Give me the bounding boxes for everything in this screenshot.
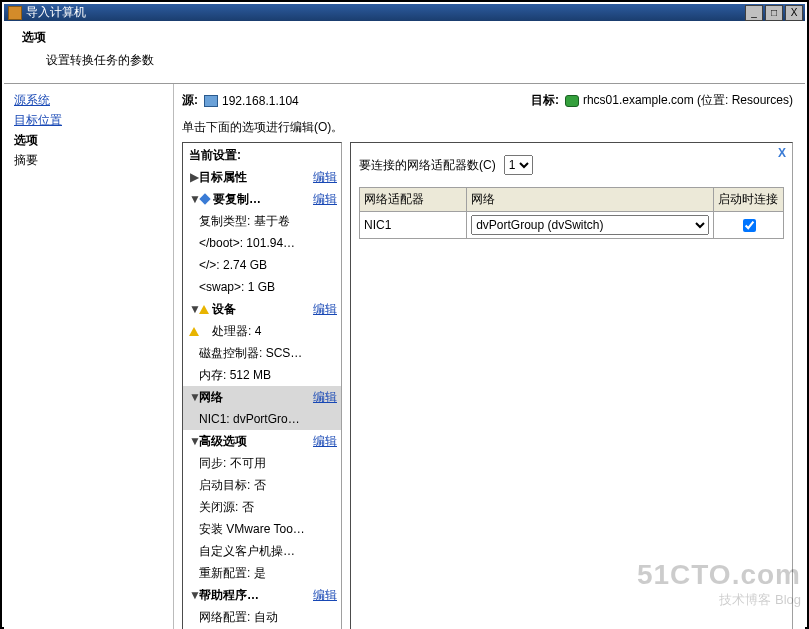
edit-link[interactable]: 编辑: [313, 190, 337, 208]
col-network: 网络: [467, 188, 714, 212]
chevron-right-icon: ▶: [189, 168, 199, 186]
chevron-down-icon: ▼: [189, 300, 199, 318]
tree-guest-customize: 自定义客户机操…: [183, 540, 341, 562]
connect-at-poweron-checkbox[interactable]: [743, 219, 756, 232]
tree-poweroff: 关闭源: 否: [183, 496, 341, 518]
tree-helper[interactable]: ▼ 帮助程序… 编辑: [183, 584, 341, 606]
tree-memory: 内存: 512 MB: [183, 364, 341, 386]
settings-tree[interactable]: 当前设置: ▶ 目标属性 编辑 ▼ 要复制… 编辑 复制类型: 基于卷 </bo…: [182, 142, 342, 629]
tree-copy-type: 复制类型: 基于卷: [183, 210, 341, 232]
warning-icon: [189, 327, 199, 336]
page-subtitle: 设置转换任务的参数: [46, 52, 793, 69]
tree-cpu: 处理器: 4: [183, 320, 341, 342]
close-button[interactable]: X: [785, 5, 803, 21]
tree-header: 当前设置:: [183, 145, 341, 166]
nic-count-label: 要连接的网络适配器数(C): [359, 157, 496, 174]
edit-link[interactable]: 编辑: [313, 432, 337, 450]
window-title: 导入计算机: [26, 4, 743, 21]
titlebar: 导入计算机 _ □ X: [4, 4, 805, 21]
edit-hint: 单击下面的选项进行编辑(O)。: [182, 119, 793, 136]
wizard-steps: 源系统 目标位置 选项 摘要: [4, 84, 174, 629]
chevron-down-icon: ▼: [189, 190, 199, 208]
step-summary[interactable]: 摘要: [14, 152, 163, 169]
tree-devices[interactable]: ▼ 设备 编辑: [183, 298, 341, 320]
app-icon: [8, 6, 22, 20]
tree-network[interactable]: ▼ 网络 编辑: [183, 386, 341, 408]
target-icon: [565, 95, 579, 107]
chevron-down-icon: ▼: [189, 432, 199, 450]
nic-network-select[interactable]: dvPortGroup (dvSwitch): [471, 215, 709, 235]
tree-sync: 同步: 不可用: [183, 452, 341, 474]
tree-netcfg: 网络配置: 自动: [183, 606, 341, 628]
wizard-header: 选项 设置转换任务的参数: [4, 21, 805, 84]
minimize-button[interactable]: _: [745, 5, 763, 21]
target-label: 目标:: [531, 92, 559, 109]
cell-nic-name: NIC1: [360, 212, 467, 239]
tree-to-copy[interactable]: ▼ 要复制… 编辑: [183, 188, 341, 210]
source-value: 192.168.1.104: [222, 94, 299, 108]
source-label: 源:: [182, 92, 198, 109]
warning-icon: [199, 305, 209, 314]
step-options[interactable]: 选项: [14, 132, 163, 149]
tree-reconfig: 重新配置: 是: [183, 562, 341, 584]
table-row: NIC1 dvPortGroup (dvSwitch): [360, 212, 784, 239]
maximize-button[interactable]: □: [765, 5, 783, 21]
step-source[interactable]: 源系统: [14, 92, 163, 109]
nic-table: 网络适配器 网络 启动时连接 NIC1 dvPortGroup (dvSwitc: [359, 187, 784, 239]
edit-link[interactable]: 编辑: [313, 300, 337, 318]
edit-link[interactable]: 编辑: [313, 168, 337, 186]
tree-nic1: NIC1: dvPortGro…: [183, 408, 341, 430]
tree-advanced[interactable]: ▼ 高级选项 编辑: [183, 430, 341, 452]
tree-vmtools: 安装 VMware Too…: [183, 518, 341, 540]
chevron-down-icon: ▼: [189, 586, 199, 604]
tree-target-attrs[interactable]: ▶ 目标属性 编辑: [183, 166, 341, 188]
chevron-down-icon: ▼: [189, 388, 199, 406]
network-detail-panel: X 要连接的网络适配器数(C) 1 网络适配器 网络 启动时连接: [350, 142, 793, 629]
source-target-bar: 源: 192.168.1.104 目标: rhcs01.example.com …: [182, 92, 793, 109]
close-icon[interactable]: X: [775, 146, 789, 160]
col-adapter: 网络适配器: [360, 188, 467, 212]
col-connect: 启动时连接: [714, 188, 784, 212]
tree-swap: <swap>: 1 GB: [183, 276, 341, 298]
tree-boot-target: 启动目标: 否: [183, 474, 341, 496]
target-value: rhcs01.example.com (位置: Resources): [583, 92, 793, 109]
edit-link[interactable]: 编辑: [313, 388, 337, 406]
tree-boot: </boot>: 101.94…: [183, 232, 341, 254]
tree-disk-ctrl: 磁盘控制器: SCS…: [183, 342, 341, 364]
edit-link[interactable]: 编辑: [313, 586, 337, 604]
diamond-icon: [199, 193, 210, 204]
nic-count-select[interactable]: 1: [504, 155, 533, 175]
page-title: 选项: [22, 29, 793, 46]
step-destination[interactable]: 目标位置: [14, 112, 163, 129]
tree-root: </>: 2.74 GB: [183, 254, 341, 276]
server-icon: [204, 95, 218, 107]
